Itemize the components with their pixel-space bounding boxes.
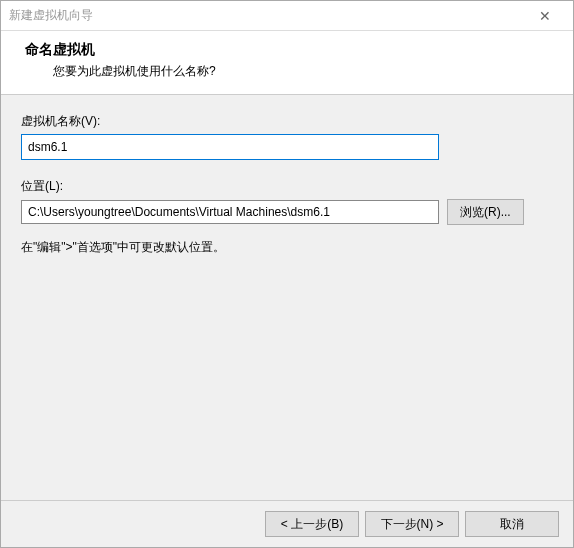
location-label: 位置(L):	[21, 178, 553, 195]
vm-name-label: 虚拟机名称(V):	[21, 113, 553, 130]
browse-button[interactable]: 浏览(R)...	[447, 199, 524, 225]
wizard-content: 虚拟机名称(V): 位置(L): 浏览(R)... 在"编辑">"首选项"中可更…	[1, 95, 573, 500]
location-input[interactable]	[21, 200, 439, 224]
window-title: 新建虚拟机向导	[9, 7, 525, 24]
page-title: 命名虚拟机	[25, 41, 549, 59]
back-button[interactable]: < 上一步(B)	[265, 511, 359, 537]
next-button[interactable]: 下一步(N) >	[365, 511, 459, 537]
page-subtitle: 您要为此虚拟机使用什么名称?	[25, 63, 549, 80]
wizard-footer: < 上一步(B) 下一步(N) > 取消	[1, 500, 573, 547]
wizard-header: 命名虚拟机 您要为此虚拟机使用什么名称?	[1, 31, 573, 95]
close-icon[interactable]: ✕	[525, 8, 565, 24]
vm-name-input[interactable]	[21, 134, 439, 160]
cancel-button[interactable]: 取消	[465, 511, 559, 537]
titlebar: 新建虚拟机向导 ✕	[1, 1, 573, 31]
location-hint: 在"编辑">"首选项"中可更改默认位置。	[21, 239, 553, 256]
